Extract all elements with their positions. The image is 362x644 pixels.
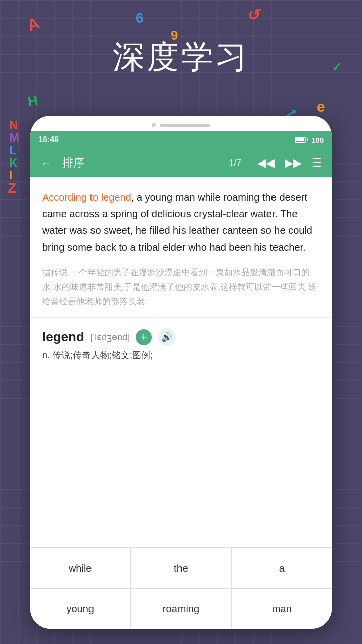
notch-dot bbox=[152, 123, 156, 127]
choice-while[interactable]: while bbox=[30, 548, 130, 588]
skip-back-button[interactable]: ◀◀ bbox=[255, 154, 277, 172]
deco-letter-e: e bbox=[317, 98, 325, 115]
choice-a[interactable]: a bbox=[232, 548, 332, 588]
word-add-button[interactable]: + bbox=[136, 329, 152, 345]
battery-level: 100 bbox=[311, 136, 324, 144]
word-section: legend ['lɛdʒənd] + 🔊 n. 传说;传奇人物;铭文;图例; bbox=[30, 317, 332, 369]
battery-icon bbox=[295, 137, 308, 143]
translation-text: 据传说,一个年轻的男子在漫游沙漠途中看到一泉如水晶般清澈而可口的水.水的味道非常… bbox=[42, 266, 320, 309]
deco-letter-n: N bbox=[9, 118, 18, 132]
battery-tip bbox=[307, 138, 308, 141]
menu-button[interactable]: ☰ bbox=[310, 154, 324, 172]
word-phonetic: ['lɛdʒənd] bbox=[90, 332, 130, 343]
nav-progress: 1/7 bbox=[229, 158, 241, 169]
content-area: According to legend, a young man while r… bbox=[30, 177, 332, 317]
deco-letter-m: M bbox=[9, 131, 19, 145]
word-main: legend bbox=[42, 329, 84, 345]
choice-the[interactable]: the bbox=[131, 548, 231, 588]
deco-letter-c: ↺ bbox=[246, 6, 259, 24]
notch-line bbox=[160, 124, 210, 127]
highlight-phrase: According to legend bbox=[42, 192, 131, 203]
nav-bar: ← 排序 1/7 ◀◀ ▶▶ ☰ bbox=[30, 149, 332, 177]
deco-letter-z: Z bbox=[8, 180, 16, 196]
page-title: 深度学习 bbox=[0, 35, 362, 79]
word-row: legend ['lɛdʒənd] + 🔊 bbox=[42, 328, 320, 346]
choice-man[interactable]: man bbox=[232, 589, 332, 629]
battery-fill bbox=[296, 138, 304, 141]
passage-text: According to legend, a young man while r… bbox=[42, 189, 320, 256]
deco-letter-i: I bbox=[9, 169, 12, 182]
skip-forward-button[interactable]: ▶▶ bbox=[283, 154, 304, 172]
word-definition: n. 传说;传奇人物;铭文;图例; bbox=[42, 349, 320, 361]
phone-frame: 16:48 100 ← 排序 1/7 ◀◀ ▶▶ ☰ According to … bbox=[30, 116, 332, 629]
choice-grid: while the a young roaming man bbox=[30, 547, 332, 629]
status-time: 16:48 bbox=[38, 135, 59, 144]
status-bar: 16:48 100 bbox=[30, 131, 332, 149]
back-button[interactable]: ← bbox=[38, 154, 54, 172]
battery-body bbox=[295, 137, 306, 143]
deco-letter-k: K bbox=[9, 156, 18, 170]
phone-notch bbox=[30, 116, 332, 131]
choice-roaming[interactable]: roaming bbox=[131, 589, 231, 629]
deco-letter-h: H bbox=[26, 92, 39, 110]
status-right: 100 bbox=[295, 136, 324, 144]
deco-letter-a: A bbox=[25, 14, 42, 35]
word-sound-button[interactable]: 🔊 bbox=[158, 328, 176, 346]
nav-title: 排序 bbox=[62, 155, 223, 171]
deco-letter-6: 6 bbox=[136, 10, 144, 26]
choice-young[interactable]: young bbox=[30, 589, 130, 629]
deco-letter-l: L bbox=[9, 143, 17, 157]
